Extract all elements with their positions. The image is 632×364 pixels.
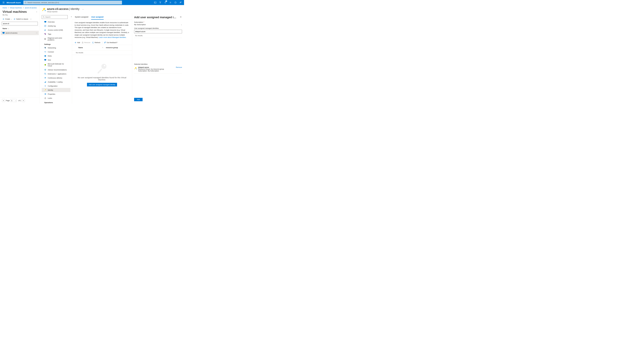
add-identity-button[interactable]: Add <box>74 42 80 44</box>
vm-name-column[interactable]: Name ↑↓ <box>0 26 40 31</box>
filter-icon <box>159 2 161 4</box>
feedback-button[interactable] <box>178 0 183 5</box>
vm-more-button[interactable]: ⋯ <box>30 18 32 20</box>
nav-configuration[interactable]: Configuration <box>42 84 70 88</box>
vm-icon <box>44 21 46 23</box>
close-flyout-button[interactable] <box>180 16 182 18</box>
tab-user-assigned[interactable]: User assigned <box>91 16 104 20</box>
selected-identity-name: teleport-azure <box>138 66 175 68</box>
nav-identity[interactable]: Identity <box>42 88 70 92</box>
resource-more-button[interactable]: ⋯ <box>82 8 84 10</box>
identity-content: System assigned User assigned User assig… <box>72 14 132 104</box>
page-input[interactable] <box>10 99 17 102</box>
page-prev-button[interactable]: < <box>2 99 5 102</box>
global-search[interactable] <box>24 1 122 4</box>
hamburger-icon <box>2 2 5 4</box>
plus-icon <box>74 42 76 44</box>
nav-advisor[interactable]: Advisor recommendations <box>42 68 70 72</box>
svg-point-18 <box>46 30 46 30</box>
switch-classic-button[interactable]: Switch to classic <box>14 18 28 20</box>
nav-disks[interactable]: Disks <box>42 54 70 58</box>
svg-text:?: ? <box>175 2 176 3</box>
nav-access-control[interactable]: Access control (IAM) <box>42 28 70 32</box>
column-resource-group[interactable]: resource group <box>106 47 130 48</box>
breadcrumb-vms[interactable]: Virtual machines <box>10 7 22 9</box>
breadcrumb-home[interactable]: Home <box>2 7 7 9</box>
nav-operations-header: Operations <box>42 100 72 104</box>
gear-icon <box>44 85 46 87</box>
nav-activity-log[interactable]: Activity log <box>42 24 70 28</box>
command-bar: Add Remove Refresh Got feedback? <box>72 40 132 45</box>
subscription-select[interactable]: My Subscription ⌄ <box>134 23 182 27</box>
breadcrumb: Home > Virtual machines > azure-cli-acce… <box>0 5 40 10</box>
close-icon <box>180 16 182 18</box>
feedback-button[interactable]: Got feedback? <box>104 42 118 44</box>
nav-availability[interactable]: Availability + scaling <box>42 80 70 84</box>
nav-locks[interactable]: Locks <box>42 96 70 100</box>
resource-kind: Virtual machine <box>47 11 182 13</box>
nav-properties[interactable]: Properties <box>42 92 70 96</box>
svg-rect-37 <box>45 98 46 99</box>
properties-icon <box>44 93 46 95</box>
selected-identities-label: Selected identities: <box>134 63 182 65</box>
nav-tags[interactable]: Tags <box>42 32 70 36</box>
bell-icon <box>164 2 166 4</box>
empty-message: No user assigned managed identities foun… <box>74 76 130 81</box>
nav-overview[interactable]: Overview <box>42 20 70 24</box>
svg-point-0 <box>25 2 26 3</box>
cloud-shell-button[interactable] <box>153 0 158 5</box>
svg-point-35 <box>45 86 46 86</box>
svg-point-12 <box>43 16 44 18</box>
vm-row[interactable]: azure-cli-access ⋯ <box>1 31 39 35</box>
column-name[interactable]: Name <box>78 47 102 48</box>
global-search-input[interactable] <box>27 2 120 4</box>
person-feedback-icon <box>180 2 182 4</box>
page-next-button[interactable]: > <box>22 99 25 102</box>
remove-selected-button[interactable]: Remove <box>176 66 182 68</box>
gear-icon <box>170 2 172 4</box>
svg-rect-1 <box>154 2 156 3</box>
flyout-add-button[interactable]: Add <box>134 98 142 101</box>
nav-size[interactable]: Size <box>42 58 70 62</box>
nav-continuous-delivery[interactable]: Continuous delivery <box>42 76 70 80</box>
create-button[interactable]: Create ⌄ <box>2 18 12 20</box>
cloud-shell-icon <box>154 2 156 4</box>
svg-point-2 <box>170 2 171 3</box>
nav-defender[interactable]: Microsoft Defender for Cloud <box>42 62 70 68</box>
vm-filter-input[interactable] <box>2 22 38 26</box>
svg-point-29 <box>45 70 46 70</box>
log-icon <box>44 25 46 27</box>
brand-label: Microsoft Azure <box>6 2 24 4</box>
identities-search-input[interactable] <box>134 30 182 33</box>
svg-rect-32 <box>44 82 45 83</box>
directories-button[interactable] <box>158 0 163 5</box>
notification-badge: 1 <box>166 0 167 2</box>
nav-diagnose[interactable]: Diagnose and solve problems <box>42 36 70 42</box>
hamburger-button[interactable] <box>1 2 6 4</box>
tab-system-assigned[interactable]: System assigned <box>74 16 88 20</box>
key-illustration-icon <box>96 62 108 74</box>
add-identity-primary-button[interactable]: Add user assigned managed identity <box>87 83 117 86</box>
help-button[interactable]: ? <box>173 0 178 5</box>
vm-panel-subtitle: My Org <box>0 14 40 17</box>
vm-row-more-button[interactable]: ⋯ <box>36 32 38 34</box>
collapse-vm-panel-button[interactable]: « <box>36 11 37 12</box>
nav-search-input[interactable] <box>45 16 66 18</box>
learn-more-link[interactable]: Learn more about Managed identities. <box>99 36 126 38</box>
subscription-label: Subscription * <box>134 21 182 23</box>
svg-point-39 <box>104 42 105 42</box>
nav-connect[interactable]: Connect <box>42 50 70 54</box>
resource-section: Identity <box>70 7 80 10</box>
connect-icon <box>44 51 46 53</box>
notifications-button[interactable]: 1 <box>163 0 168 5</box>
shield-icon <box>44 64 46 66</box>
refresh-button[interactable]: Refresh <box>92 42 100 44</box>
vm-list-panel: Home > Virtual machines > azure-cli-acce… <box>0 5 40 104</box>
identity-key-icon <box>134 66 137 72</box>
network-icon <box>44 47 46 49</box>
svg-rect-34 <box>46 81 46 83</box>
settings-button[interactable] <box>168 0 173 5</box>
nav-extensions[interactable]: Extensions + applications <box>42 72 70 76</box>
nav-search[interactable] <box>42 15 68 19</box>
nav-networking[interactable]: Networking <box>42 46 70 50</box>
